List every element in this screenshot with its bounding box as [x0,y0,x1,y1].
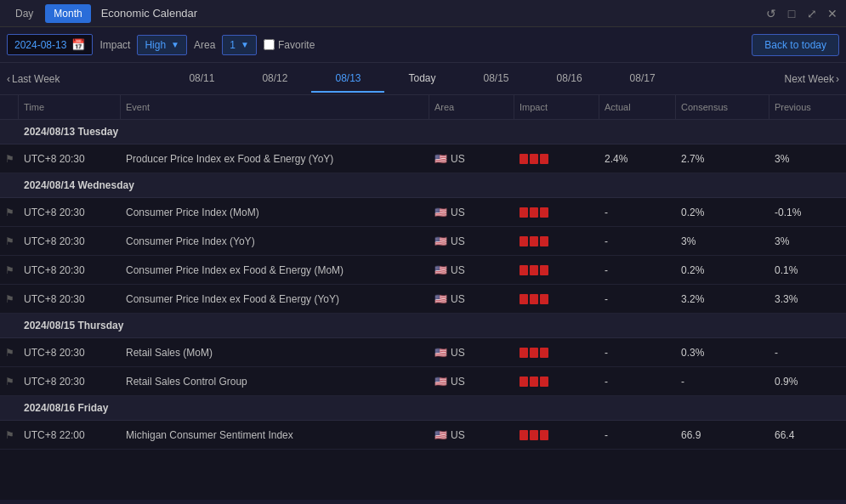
impact-bar [520,207,528,218]
flag-icon: 🇺🇸 [434,235,447,247]
bookmark-icon[interactable]: ⚑ [5,429,14,441]
minimize-button[interactable]: □ [785,7,798,20]
date-tab[interactable]: 08/13 [311,65,384,93]
impact-bars [520,154,594,164]
consensus-cell: 2.7% [676,148,769,170]
tab-day[interactable]: Day [7,4,42,23]
consensus-cell: 66.9 [676,424,769,446]
impact-bar [540,377,548,387]
date-tabs: 08/1108/1208/13Today08/1508/1608/17 [60,65,784,93]
close-button[interactable]: ✕ [826,7,839,20]
previous-cell: - [769,342,846,364]
bookmark-icon[interactable]: ⚑ [5,264,14,276]
previous-cell: 0.1% [769,259,846,281]
area-cell: 🇺🇸US [429,148,514,170]
impact-bar [520,236,528,246]
date-tab[interactable]: 08/17 [606,65,679,93]
flag-icon: 🇺🇸 [434,429,447,441]
area-cell: 🇺🇸US [429,371,514,393]
impact-bar [540,430,548,440]
flag-icon: 🇺🇸 [434,376,447,388]
area-cell: 🇺🇸US [429,288,514,310]
back-to-today-button[interactable]: Back to today [752,34,839,56]
impact-bar [520,430,528,440]
favorite-checkbox[interactable] [264,39,275,50]
date-tab[interactable]: Today [384,65,459,93]
impact-bar [530,430,538,440]
event-cell: Consumer Price Index ex Food & Energy (Y… [121,288,429,310]
event-cell: Consumer Price Index ex Food & Energy (M… [121,259,429,281]
event-cell: Consumer Price Index (MoM) [121,201,429,224]
area-select[interactable]: 1 ▼ [222,35,257,55]
actual-cell: - [599,424,676,446]
date-tab[interactable]: 08/16 [533,65,606,93]
impact-bar [530,207,538,218]
impact-bars [520,265,594,275]
consensus-cell: 0.3% [676,342,769,364]
table-column-header: Previous [769,95,846,119]
impact-bar [540,294,548,304]
time-cell: UTC+8 20:30 [19,201,121,224]
area-cell: 🇺🇸US [429,230,514,252]
impact-bar [540,348,548,358]
time-cell: UTC+8 20:30 [19,371,121,393]
bookmark-cell: ⚑ [0,429,19,441]
impact-bar [540,154,548,164]
date-tab[interactable]: 08/12 [238,65,311,93]
time-cell: UTC+8 20:30 [19,259,121,281]
date-value: 2024-08-13 [14,39,66,51]
next-week-button[interactable]: Next Week › [785,73,839,85]
impact-cell [514,260,599,280]
date-tab[interactable]: 08/11 [165,65,238,93]
table-row: ⚑UTC+8 20:30Retail Sales (MoM)🇺🇸US-0.3%- [0,338,846,367]
table-row: ⚑UTC+8 20:30Consumer Price Index (MoM)🇺🇸… [0,198,846,227]
table-header: TimeEventAreaImpactActualConsensusPrevio… [0,95,846,120]
tab-month[interactable]: Month [45,4,90,23]
expand-button[interactable]: ⤢ [805,7,819,20]
previous-cell: 66.4 [769,424,846,446]
last-week-button[interactable]: ‹ Last Week [7,73,60,85]
area-label: US [451,429,465,441]
section-header: 2024/08/16 Friday [0,396,846,421]
bookmark-cell: ⚑ [0,235,19,247]
impact-bar [540,236,548,246]
time-cell: UTC+8 20:30 [19,148,121,170]
chevron-left-icon: ‹ [7,73,10,85]
impact-cell [514,425,599,445]
bookmark-icon[interactable]: ⚑ [5,235,14,247]
bookmark-icon[interactable]: ⚑ [5,153,14,165]
impact-bar [520,377,528,387]
area-cell: 🇺🇸US [429,201,514,224]
last-week-label: Last Week [12,73,60,85]
area-label: US [451,293,465,305]
area-label: US [451,347,465,359]
bookmark-icon[interactable]: ⚑ [5,207,14,218]
chevron-down-icon-2: ▼ [241,40,249,49]
consensus-cell: 0.2% [676,259,769,281]
flag-icon: 🇺🇸 [434,293,447,305]
bookmark-icon[interactable]: ⚑ [5,376,14,388]
impact-bar [540,265,548,275]
impact-bars [520,207,594,218]
favorite-filter[interactable]: Favorite [264,39,315,51]
bookmark-icon[interactable]: ⚑ [5,293,14,305]
event-cell: Retail Sales Control Group [121,371,429,393]
impact-bar [530,377,538,387]
bookmark-icon[interactable]: ⚑ [5,347,14,359]
table-column-header [0,95,19,119]
impact-bars [520,377,594,387]
table-body: 2024/08/13 Tuesday⚑UTC+8 20:30Producer P… [0,120,846,500]
impact-cell [514,231,599,252]
chevron-right-icon: › [836,73,839,85]
refresh-button[interactable]: ↺ [764,7,778,20]
date-tab[interactable]: 08/15 [460,65,533,93]
section-header: 2024/08/13 Tuesday [0,120,846,144]
event-cell: Michigan Consumer Sentiment Index [121,424,429,446]
date-picker[interactable]: 2024-08-13 📅 [7,34,93,55]
impact-cell [514,149,599,169]
table-column-header: Area [429,95,514,119]
actual-cell: - [599,230,676,252]
impact-select[interactable]: High ▼ [137,35,187,55]
impact-bars [520,348,594,358]
impact-bar [530,265,538,275]
